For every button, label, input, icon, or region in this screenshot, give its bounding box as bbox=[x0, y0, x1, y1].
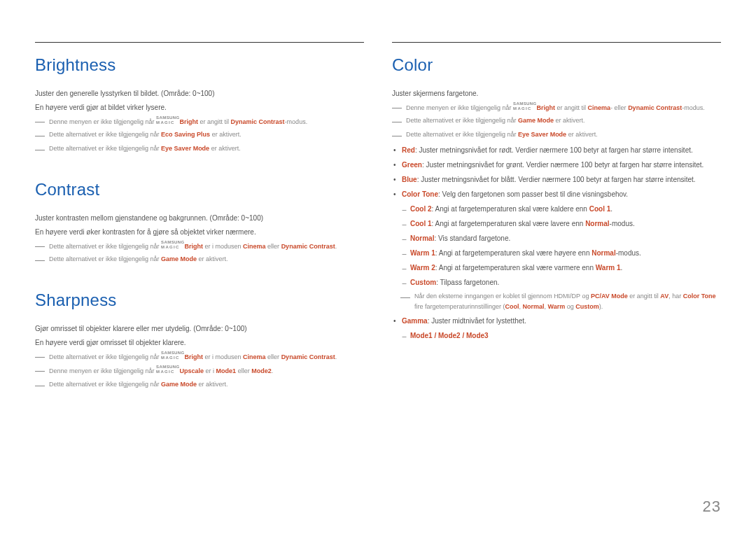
t: Game Mode bbox=[518, 117, 554, 124]
note-dash-icon: ― bbox=[35, 379, 45, 391]
samsung-magic-icon: SAMSUNGMAGIC bbox=[156, 115, 179, 125]
page-number: 23 bbox=[703, 498, 721, 516]
t: Eco Saving Plus bbox=[161, 131, 210, 138]
t: AV bbox=[660, 293, 668, 300]
brightness-note-3: ― Dette alternativet er ikke tilgjengeli… bbox=[35, 143, 364, 155]
t: Normal bbox=[585, 220, 609, 227]
t: Custom bbox=[410, 279, 436, 286]
t: Dette alternativet er ikke tilgjengelig … bbox=[49, 131, 161, 138]
t: : Angi at fargetemperaturen skal være la… bbox=[432, 220, 586, 227]
note-dash-icon: ― bbox=[392, 115, 402, 127]
t: : Angi at fargetemperaturen skal være va… bbox=[435, 264, 596, 272]
bullet-green: Green: Juster metningsnivået for grønt. … bbox=[402, 159, 721, 171]
samsung-magic-icon: SAMSUNGMAGIC bbox=[156, 365, 179, 374]
t: -modus. bbox=[616, 249, 641, 257]
t: Green bbox=[402, 161, 422, 169]
t: : Tilpass fargetonen. bbox=[436, 279, 499, 286]
t: . bbox=[621, 264, 623, 272]
color-note-2: ― Dette alternativet er ikke tilgjengeli… bbox=[392, 115, 721, 127]
t: Warm 1 bbox=[410, 249, 435, 257]
sharpness-note-1: ― Dette alternativet er ikke tilgjengeli… bbox=[35, 351, 364, 363]
t: Denne menyen er ikke tilgjengelig når bbox=[406, 104, 513, 111]
color-note-1: ― Denne menyen er ikke tilgjengelig når … bbox=[392, 101, 721, 113]
t: Warm 1 bbox=[596, 264, 621, 272]
brightness-p2: En høyere verdi gjør at bildet virker ly… bbox=[35, 101, 364, 113]
left-column: Brightness Juster den generelle lysstyrk… bbox=[35, 42, 364, 393]
t: : Juster metningsnivået for blått. Verdi… bbox=[417, 176, 696, 183]
t: Cool 1 bbox=[410, 220, 432, 227]
t: Upscale bbox=[180, 367, 204, 374]
bullet-gamma: Gamma: Juster midtnivået for lystetthet.… bbox=[402, 315, 721, 342]
note-text: Dette alternativet er ikke tilgjengelig … bbox=[49, 240, 337, 252]
sub-custom: Custom: Tilpass fargetonen. bbox=[410, 276, 721, 288]
brightness-p1: Juster den generelle lysstyrken til bild… bbox=[35, 87, 364, 99]
t: . bbox=[335, 243, 337, 250]
t: eller bbox=[236, 367, 251, 374]
t: Gamma bbox=[402, 317, 428, 325]
t: Dette alternativet er ikke tilgjengelig … bbox=[49, 255, 161, 262]
t: fire fargetemperaturinnstillinger ( bbox=[414, 303, 505, 310]
t: er aktivert. bbox=[209, 145, 241, 152]
t: - eller bbox=[610, 104, 628, 111]
note-text: Dette alternativet er ikke tilgjengelig … bbox=[49, 143, 241, 154]
t: er aktivert. bbox=[210, 131, 241, 138]
t: Color Tone bbox=[402, 190, 438, 198]
t: er aktivert. bbox=[554, 117, 585, 124]
t: Normal bbox=[523, 303, 545, 310]
t: : Vis standard fargetone. bbox=[434, 234, 510, 242]
t: , har bbox=[668, 293, 683, 300]
samsung-magic-icon: SAMSUNGMAGIC bbox=[161, 351, 184, 360]
t: : Juster metningsnivået for grønt. Verdi… bbox=[422, 161, 704, 169]
t: Color Tone bbox=[683, 293, 716, 300]
t: . bbox=[272, 367, 274, 374]
bullet-blue: Blue: Juster metningsnivået for blått. V… bbox=[402, 174, 721, 185]
contrast-p1: Juster kontrasten mellom gjenstandene og… bbox=[35, 212, 364, 224]
rule bbox=[35, 42, 364, 43]
note-text: Dette alternativet er ikke tilgjengelig … bbox=[49, 379, 228, 390]
t: Bright bbox=[180, 118, 199, 125]
t: Denne menyen er ikke tilgjengelig når bbox=[49, 118, 156, 125]
note-text: Dette alternativet er ikke tilgjengelig … bbox=[49, 254, 228, 265]
note-dash-icon: ― bbox=[35, 351, 45, 363]
t: -modus. bbox=[285, 118, 308, 125]
t: Dette alternativet er ikke tilgjengelig … bbox=[49, 353, 161, 360]
color-note-3: ― Dette alternativet er ikke tilgjengeli… bbox=[392, 129, 721, 141]
t: : Angi at fargetemperaturen skal være hø… bbox=[435, 249, 592, 257]
t: Blue bbox=[402, 176, 417, 183]
sub-warm2: Warm 2: Angi at fargetemperaturen skal v… bbox=[410, 262, 721, 274]
t: Custom bbox=[575, 303, 599, 310]
note-dash-icon: ― bbox=[392, 101, 402, 113]
sub-cool2: Cool 2: Angi at fargetemperaturen skal v… bbox=[410, 203, 721, 215]
t: er angitt til bbox=[628, 293, 661, 300]
t: Warm bbox=[548, 303, 566, 310]
t: -modus. bbox=[610, 220, 635, 227]
note-text: Denne menyen er ikke tilgjengelig når SA… bbox=[49, 115, 307, 127]
t: er i bbox=[204, 367, 216, 374]
t: Game Mode bbox=[161, 255, 197, 262]
t: Dette alternativet er ikke tilgjengelig … bbox=[49, 145, 161, 152]
note-dash-icon: ― bbox=[35, 254, 45, 266]
t: Cinema bbox=[588, 104, 611, 111]
note-dash-icon: ― bbox=[35, 115, 45, 127]
note-dash-icon: ― bbox=[35, 143, 45, 155]
bullet-color-tone: Color Tone: Velg den fargetonen som pass… bbox=[402, 188, 721, 313]
sub-warm1: Warm 1: Angi at fargetemperaturen skal v… bbox=[410, 247, 721, 259]
t: Normal bbox=[592, 249, 615, 257]
t: Denne menyen er ikke tilgjengelig når bbox=[49, 367, 156, 374]
sharpness-note-3: ― Dette alternativet er ikke tilgjengeli… bbox=[35, 379, 364, 391]
t: Mode2 bbox=[251, 367, 272, 374]
t: er aktivert. bbox=[197, 255, 228, 262]
t: Cool 1 bbox=[589, 205, 611, 213]
t: Game Mode bbox=[161, 381, 197, 388]
heading-sharpness: Sharpness bbox=[35, 290, 364, 310]
t: Mode1 bbox=[216, 367, 237, 374]
contrast-note-1: ― Dette alternativet er ikke tilgjengeli… bbox=[35, 240, 364, 252]
t: Dette alternativet er ikke tilgjengelig … bbox=[49, 381, 161, 388]
t: er i modusen bbox=[203, 243, 243, 250]
sub-modes: Mode1 / Mode2 / Mode3 bbox=[410, 330, 721, 342]
t: er angitt til bbox=[555, 104, 588, 111]
note-text: Denne menyen er ikke tilgjengelig når SA… bbox=[49, 365, 273, 377]
t: . bbox=[335, 353, 337, 360]
samsung-magic-icon: SAMSUNGMAGIC bbox=[513, 101, 536, 111]
t: Dynamic Contrast bbox=[231, 118, 285, 125]
